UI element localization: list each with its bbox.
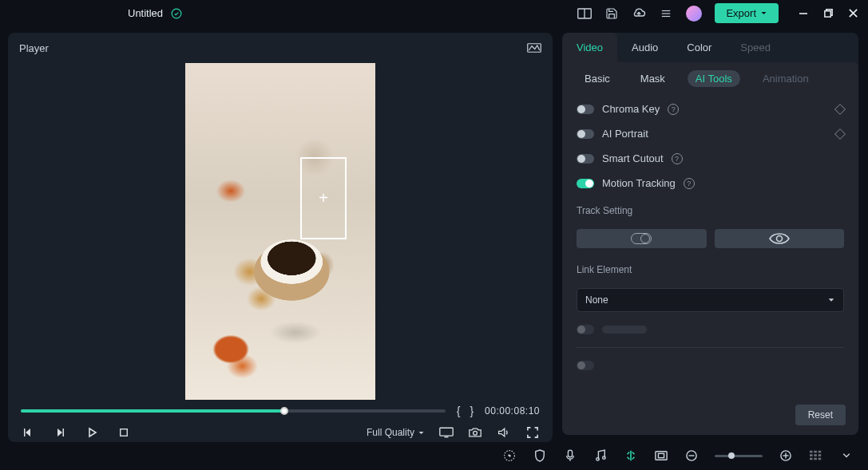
video-subtabs: Basic Mask AI Tools Animation [562, 62, 858, 93]
mark-in-icon[interactable]: { [457, 405, 461, 417]
help-icon[interactable]: ? [672, 153, 683, 164]
track-setting-slider[interactable] [577, 229, 707, 248]
help-icon[interactable]: ? [668, 104, 679, 115]
maximize-icon[interactable] [823, 8, 834, 19]
svg-rect-15 [440, 428, 453, 436]
svg-rect-42 [810, 458, 813, 460]
tab-video[interactable]: Video [562, 33, 617, 62]
toggle-smart-cutout[interactable] [577, 154, 594, 164]
player-viewport[interactable]: + [8, 63, 553, 400]
svg-rect-13 [63, 429, 65, 436]
option-smart-cutout: Smart Cutout ? [577, 152, 844, 164]
play-button[interactable] [85, 425, 99, 440]
svg-point-17 [474, 431, 478, 435]
quality-dropdown[interactable]: Full Quality [367, 427, 425, 438]
svg-rect-8 [825, 10, 830, 16]
svg-line-26 [628, 457, 630, 460]
svg-rect-39 [810, 454, 813, 456]
shield-icon[interactable] [533, 448, 547, 463]
svg-line-25 [628, 452, 630, 455]
prev-frame-button[interactable] [21, 425, 35, 440]
option-ai-portrait: AI Portrait [577, 128, 844, 140]
inspector-tabs: Video Audio Color Speed [562, 33, 858, 62]
avatar[interactable] [686, 6, 702, 22]
svg-rect-44 [818, 458, 822, 460]
plus-icon: + [319, 189, 328, 207]
crop-icon[interactable] [654, 448, 668, 463]
option-motion-tracking: Motion Tracking ? [577, 177, 844, 189]
fullscreen-icon[interactable] [525, 425, 540, 440]
inspector-panel: Video Audio Color Speed Basic Mask AI To… [559, 26, 868, 441]
motion-tracking-box[interactable]: + [300, 157, 347, 239]
player-panel: Player + { } 00:00:08:10 [0, 26, 559, 441]
scopes-icon[interactable] [527, 41, 541, 55]
timecode: 00:00:08:10 [485, 405, 540, 417]
link-element-select[interactable]: None [577, 288, 844, 312]
mark-out-icon[interactable]: } [470, 405, 474, 417]
volume-icon[interactable] [497, 425, 511, 440]
saved-check-icon [171, 8, 182, 19]
svg-point-22 [597, 458, 600, 461]
player-label: Player [19, 42, 49, 54]
save-icon[interactable] [604, 6, 619, 21]
mic-icon[interactable] [563, 448, 577, 463]
display-icon[interactable] [439, 425, 454, 440]
auto-enhance-icon[interactable] [502, 448, 517, 463]
subtab-mask[interactable]: Mask [632, 70, 673, 87]
svg-point-0 [172, 9, 181, 18]
timeline-toolbar [0, 441, 868, 470]
subtab-basic[interactable]: Basic [577, 70, 618, 87]
seek-thumb[interactable] [280, 407, 288, 415]
svg-rect-30 [658, 453, 664, 457]
svg-rect-38 [818, 451, 822, 453]
marker-icon[interactable] [624, 448, 638, 463]
keyframe-icon[interactable] [834, 103, 846, 114]
keyframe-icon[interactable] [834, 128, 846, 139]
svg-line-28 [632, 457, 635, 460]
menu-icon[interactable] [659, 6, 673, 21]
svg-rect-37 [814, 451, 817, 453]
help-icon[interactable]: ? [684, 178, 695, 189]
stop-button[interactable] [117, 425, 131, 440]
disabled-option-1 [577, 325, 844, 334]
option-chroma-key: Chroma Key ? [577, 103, 844, 115]
tab-audio[interactable]: Audio [617, 33, 672, 62]
svg-rect-41 [818, 454, 822, 456]
cloud-icon[interactable] [632, 6, 646, 21]
grid-view-icon[interactable] [809, 448, 823, 463]
track-setting-label: Track Setting [577, 205, 844, 216]
svg-rect-36 [810, 451, 813, 453]
zoom-in-icon[interactable] [779, 448, 793, 463]
next-frame-button[interactable] [53, 425, 67, 440]
zoom-slider[interactable] [715, 455, 763, 457]
tab-speed: Speed [726, 33, 785, 62]
project-title: Untitled [128, 7, 163, 19]
title-bar: Untitled Export [0, 0, 868, 26]
svg-rect-12 [24, 429, 26, 436]
svg-rect-14 [121, 429, 128, 436]
minimize-icon[interactable] [798, 8, 809, 19]
toggle-motion-tracking[interactable] [577, 179, 594, 188]
layout-icon[interactable] [577, 6, 592, 21]
more-icon[interactable] [839, 448, 854, 463]
subtab-animation: Animation [755, 70, 817, 87]
close-icon[interactable] [848, 8, 858, 19]
zoom-out-icon[interactable] [684, 448, 699, 463]
snapshot-icon[interactable] [468, 425, 482, 440]
toggle-chroma-key[interactable] [577, 105, 594, 114]
tab-color[interactable]: Color [672, 33, 726, 62]
track-setting-eye[interactable] [715, 229, 845, 248]
disabled-option-2 [577, 361, 844, 370]
svg-point-23 [603, 456, 606, 460]
svg-point-20 [509, 455, 510, 456]
svg-rect-43 [814, 458, 817, 460]
svg-rect-21 [568, 450, 572, 457]
seek-bar[interactable] [21, 409, 446, 413]
reset-button[interactable]: Reset [795, 405, 846, 425]
music-icon[interactable] [593, 448, 608, 463]
export-button[interactable]: Export [715, 3, 779, 23]
link-element-label: Link Element [577, 264, 844, 275]
subtab-ai-tools[interactable]: AI Tools [688, 70, 740, 87]
video-frame: + [185, 63, 375, 400]
toggle-ai-portrait[interactable] [577, 129, 594, 139]
